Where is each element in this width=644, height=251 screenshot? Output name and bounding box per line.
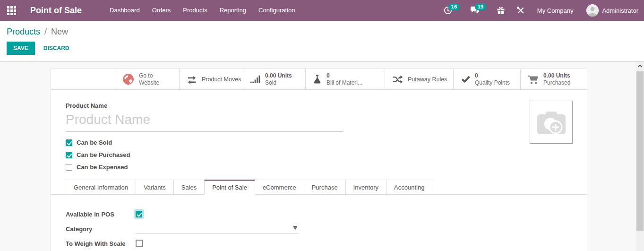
breadcrumb: Products / New	[7, 26, 644, 37]
bill-of-materials-button[interactable]: 0 Bill of Materi...	[305, 69, 385, 89]
can-be-expensed-row: Can be Expensed	[66, 164, 587, 171]
tab-accounting[interactable]: Accounting	[386, 180, 432, 195]
go-to-website-label-line1: Go to	[139, 72, 159, 79]
menu-dashboard[interactable]: Dashboard	[103, 0, 146, 21]
flask-icon	[313, 74, 322, 84]
vertical-scrollbar[interactable]	[636, 62, 644, 251]
go-to-website-button[interactable]: Go to Website	[115, 69, 179, 89]
units-purchased-value: 0.00 Units	[543, 72, 570, 79]
tab-sales[interactable]: Sales	[173, 180, 205, 195]
top-navbar: Point of Sale Dashboard Orders Products …	[0, 0, 644, 21]
putaway-rules-button[interactable]: Putaway Rules	[385, 69, 453, 89]
save-button[interactable]: SAVE	[7, 42, 35, 55]
go-to-website-label-line2: Website	[139, 79, 159, 87]
can-be-purchased-row: Can be Purchased	[66, 151, 587, 158]
breadcrumb-current: New	[51, 27, 68, 36]
globe-icon	[122, 73, 134, 85]
available-in-pos-label: Available in POS	[66, 211, 136, 218]
product-moves-label: Product Moves	[202, 76, 241, 83]
notebook-tabs: General Information Variants Sales Point…	[51, 180, 587, 195]
message-count-badge: 19	[475, 3, 486, 10]
gift-icon	[497, 6, 505, 15]
form-view: Go to Website Product Moves	[0, 62, 644, 251]
systray: 16 19 My	[438, 0, 644, 21]
can-be-purchased-checkbox[interactable]	[66, 152, 72, 158]
apps-menu-button[interactable]	[0, 0, 23, 21]
tab-purchase[interactable]: Purchase	[304, 180, 346, 195]
caret-down-icon	[293, 227, 297, 230]
menu-orders[interactable]: Orders	[146, 0, 177, 21]
can-be-expensed-checkbox[interactable]	[66, 164, 72, 171]
developer-tools-button[interactable]	[511, 0, 531, 21]
tab-inventory[interactable]: Inventory	[345, 180, 386, 195]
user-name: Administrator	[602, 7, 638, 14]
control-panel: Products / New SAVE DISCARD	[0, 21, 644, 62]
putaway-rules-label: Putaway Rules	[408, 76, 447, 83]
product-moves-button[interactable]: Product Moves	[179, 69, 243, 89]
menu-reporting[interactable]: Reporting	[214, 0, 252, 21]
scroll-up-button[interactable]	[636, 62, 644, 70]
pos-tab-pane: Available in POS Category To Weigh With …	[51, 195, 587, 249]
quality-points-label: Quality Points	[475, 79, 510, 87]
menu-products[interactable]: Products	[177, 0, 213, 21]
discard-button[interactable]: DISCARD	[37, 42, 76, 54]
avatar	[586, 4, 599, 17]
tools-icon	[516, 6, 525, 15]
product-name-caption: Product Name	[66, 102, 587, 109]
category-row: Category	[66, 224, 587, 234]
category-label: Category	[66, 225, 136, 233]
can-be-sold-checkbox[interactable]	[66, 139, 72, 146]
product-name-input[interactable]	[66, 111, 343, 131]
tab-point-of-sale[interactable]: Point of Sale	[204, 180, 255, 195]
tab-ecommerce[interactable]: eCommerce	[255, 180, 304, 195]
can-be-purchased-label: Can be Purchased	[77, 151, 130, 158]
activities-button[interactable]: 16	[438, 0, 458, 21]
breadcrumb-separator: /	[43, 27, 49, 36]
tab-variants[interactable]: Variants	[136, 180, 174, 195]
menu-configuration[interactable]: Configuration	[252, 0, 301, 21]
user-menu[interactable]: Administrator	[580, 4, 638, 17]
rewards-button[interactable]	[491, 0, 511, 21]
can-be-sold-label: Can be Sold	[77, 139, 112, 146]
category-select[interactable]	[136, 224, 299, 234]
available-in-pos-checkbox[interactable]	[136, 211, 142, 217]
product-image-upload[interactable]	[530, 101, 573, 144]
available-in-pos-row: Available in POS	[66, 209, 587, 219]
activity-count-badge: 16	[448, 3, 460, 10]
to-weigh-label: To Weigh With Scale	[66, 240, 136, 247]
apps-grid-icon	[7, 6, 16, 15]
quality-points-value: 0	[475, 72, 510, 79]
sheet-body: Product Name Can be Sold Can be Purchase…	[51, 90, 587, 171]
units-purchased-button[interactable]: 0.00 Units Purchased	[520, 69, 587, 89]
stat-button-box: Go to Website Product Moves	[51, 69, 587, 90]
bom-count-value: 0	[326, 72, 362, 79]
units-sold-label: Sold	[265, 79, 292, 87]
can-be-sold-row: Can be Sold	[66, 139, 587, 146]
scrollbar-thumb[interactable]	[636, 71, 644, 231]
quality-points-button[interactable]: 0 Quality Points	[453, 69, 520, 89]
chevron-up-icon	[637, 64, 643, 68]
breadcrumb-products-link[interactable]: Products	[7, 27, 40, 36]
form-sheet: Go to Website Product Moves	[51, 69, 587, 251]
shuffle-icon	[392, 75, 403, 84]
can-be-expensed-label: Can be Expensed	[77, 164, 128, 171]
bom-label: Bill of Materi...	[326, 79, 362, 87]
to-weigh-row: To Weigh With Scale	[66, 238, 587, 249]
app-title[interactable]: Point of Sale	[30, 6, 82, 16]
button-box-spacer	[51, 69, 115, 89]
shopping-cart-icon	[528, 75, 539, 84]
company-switcher[interactable]: My Company	[531, 7, 580, 14]
camera-plus-icon	[536, 110, 567, 135]
units-sold-button[interactable]: 0.00 Units Sold	[243, 69, 305, 89]
main-menu: Dashboard Orders Products Reporting Conf…	[103, 0, 301, 21]
units-sold-value: 0.00 Units	[265, 72, 292, 79]
to-weigh-checkbox[interactable]	[136, 240, 143, 247]
exchange-arrows-icon	[187, 75, 197, 84]
bar-chart-icon	[250, 75, 260, 83]
messages-button[interactable]: 19	[464, 0, 485, 21]
units-purchased-label: Purchased	[543, 79, 570, 87]
product-flags: Can be Sold Can be Purchased Can be Expe…	[66, 139, 587, 171]
check-icon	[461, 75, 470, 84]
tab-general-information[interactable]: General Information	[66, 180, 136, 195]
